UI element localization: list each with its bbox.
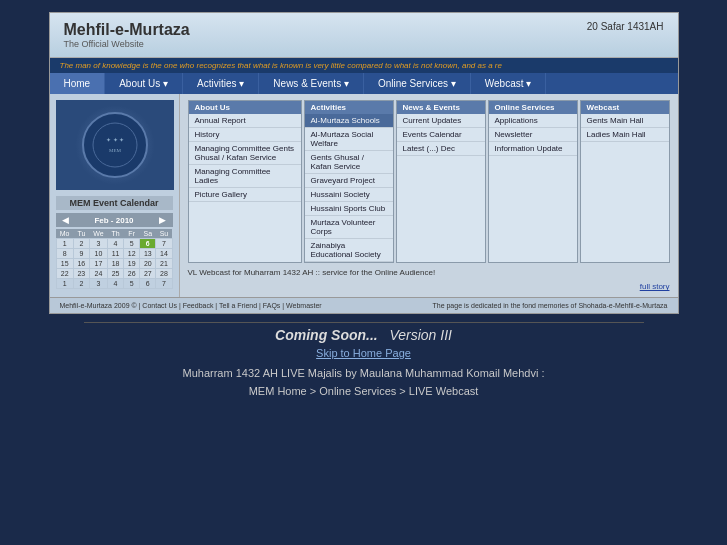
cal-next-button[interactable]: ▶ xyxy=(157,215,168,225)
dropdown-item-gallery[interactable]: Picture Gallery xyxy=(189,188,301,202)
dropdown-item-mgmt-gents[interactable]: Managing Committee Gents Ghusal / Kafan … xyxy=(189,142,301,165)
dropdown-item-social[interactable]: Al-Murtaza Social Welfare xyxy=(305,128,393,151)
dropdown-item-latest[interactable]: Latest (...) Dec xyxy=(397,142,485,156)
cal-day[interactable]: 13 xyxy=(140,249,156,259)
dropdown-item-hussaini[interactable]: Hussaini Society xyxy=(305,188,393,202)
left-sidebar: ✦ ✦ ✦ MEM MEM Event Calendar ◀ Feb - 201… xyxy=(50,94,180,297)
cal-day-empty: 6 xyxy=(140,279,156,289)
cal-day-empty: 4 xyxy=(108,279,124,289)
cal-day[interactable]: 22 xyxy=(56,269,73,279)
dropdown-news: News & Events Current Updates Events Cal… xyxy=(396,100,486,263)
cal-day[interactable]: 28 xyxy=(156,269,172,279)
cal-day-empty: 2 xyxy=(73,279,89,289)
cal-day[interactable]: 16 xyxy=(73,259,89,269)
cal-day[interactable]: 3 xyxy=(89,239,107,249)
quote-text: The man of knowledge is the one who reco… xyxy=(60,61,502,70)
content-main-text: VL Webcast for Muharram 1432 AH :: servi… xyxy=(188,268,436,277)
dropdown-item-calendar[interactable]: Events Calendar xyxy=(397,128,485,142)
footer-left: Mehfil-e-Murtaza 2009 © | Contact Us | F… xyxy=(60,302,322,309)
dropdown-item-annual[interactable]: Annual Report xyxy=(189,114,301,128)
cal-header-su: Su xyxy=(156,229,172,239)
calendar-grid: Mo Tu We Th Fr Sa Su 1 2 3 4 xyxy=(56,229,173,289)
breadcrumb: MEM Home > Online Services > LIVE Webcas… xyxy=(249,385,479,397)
cal-day[interactable]: 15 xyxy=(56,259,73,269)
cal-day[interactable]: 23 xyxy=(73,269,89,279)
cal-prev-button[interactable]: ◀ xyxy=(60,215,71,225)
full-story-link[interactable]: full story xyxy=(188,282,670,291)
cal-day[interactable]: 8 xyxy=(56,249,73,259)
dropdown-webcast: Webcast Gents Main Hall Ladies Main Hall xyxy=(580,100,670,263)
logo-inner: ✦ ✦ ✦ MEM xyxy=(75,105,155,185)
cal-day[interactable]: 24 xyxy=(89,269,107,279)
dropdown-item-gents[interactable]: Gents Main Hall xyxy=(581,114,669,128)
nav-about[interactable]: About Us ▾ xyxy=(105,73,183,94)
main-content: ✦ ✦ ✦ MEM MEM Event Calendar ◀ Feb - 201… xyxy=(50,94,678,297)
cal-day[interactable]: 11 xyxy=(108,249,124,259)
site-header: Mehfil-e-Murtaza The Official Website 20… xyxy=(50,13,678,58)
quote-bar: The man of knowledge is the one who reco… xyxy=(50,58,678,73)
nav-activities[interactable]: Activities ▾ xyxy=(183,73,259,94)
site-screenshot: Mehfil-e-Murtaza The Official Website 20… xyxy=(49,12,679,314)
dropdown-item-kafan[interactable]: Gents Ghusal / Kafan Service xyxy=(305,151,393,174)
dropdown-item-sports[interactable]: Hussaini Sports Club xyxy=(305,202,393,216)
coming-soon-prefix-text: Coming Soon... xyxy=(275,327,378,343)
cal-day[interactable]: 26 xyxy=(124,269,140,279)
dropdown-item-schools[interactable]: Al-Murtaza Schools xyxy=(305,114,393,128)
cal-day[interactable]: 25 xyxy=(108,269,124,279)
cal-day[interactable]: 5 xyxy=(124,239,140,249)
dropdown-news-header: News & Events xyxy=(397,101,485,114)
cal-day[interactable]: 17 xyxy=(89,259,107,269)
nav-online[interactable]: Online Services ▾ xyxy=(364,73,471,94)
cal-day[interactable]: 18 xyxy=(108,259,124,269)
cal-day-today[interactable]: 6 xyxy=(140,239,156,249)
dropdown-online: Online Services Applications Newsletter … xyxy=(488,100,578,263)
cal-header-fr: Fr xyxy=(124,229,140,239)
cal-day-empty: 1 xyxy=(56,279,73,289)
cal-day[interactable]: 12 xyxy=(124,249,140,259)
site-date: 20 Safar 1431AH xyxy=(587,21,664,32)
cal-day[interactable]: 1 xyxy=(56,239,73,249)
site-footer: Mehfil-e-Murtaza 2009 © | Contact Us | F… xyxy=(50,297,678,313)
cal-day[interactable]: 21 xyxy=(156,259,172,269)
cal-header-th: Th xyxy=(108,229,124,239)
dropdown-item-ladies[interactable]: Ladies Main Hall xyxy=(581,128,669,142)
content-area: VL Webcast for Muharram 1432 AH :: servi… xyxy=(188,267,670,278)
cal-day[interactable]: 2 xyxy=(73,239,89,249)
cal-day[interactable]: 7 xyxy=(156,239,172,249)
dropdown-activities-header: Activities xyxy=(305,101,393,114)
dropdown-item-mgmt-ladies[interactable]: Managing Committee Ladies xyxy=(189,165,301,188)
cal-day[interactable]: 20 xyxy=(140,259,156,269)
footer-right: The page is dedicated in the fond memori… xyxy=(432,302,667,309)
cal-day[interactable]: 4 xyxy=(108,239,124,249)
site-title: Mehfil-e-Murtaza xyxy=(64,21,190,39)
cal-month: Feb - 2010 xyxy=(94,216,133,225)
coming-soon-section: Coming Soon... Version III Skip to Home … xyxy=(183,327,545,400)
dropdown-webcast-header: Webcast xyxy=(581,101,669,114)
dropdown-item-graveyard[interactable]: Graveyard Project xyxy=(305,174,393,188)
nav-webcast[interactable]: Webcast ▾ xyxy=(471,73,547,94)
cal-day-empty: 7 xyxy=(156,279,172,289)
coming-soon-title: Coming Soon... Version III xyxy=(183,327,545,343)
dropdown-item-current[interactable]: Current Updates xyxy=(397,114,485,128)
cal-header-we: We xyxy=(89,229,107,239)
cal-day[interactable]: 10 xyxy=(89,249,107,259)
calendar-title: MEM Event Calendar xyxy=(56,196,173,210)
coming-soon-prefix: Coming Soon... xyxy=(275,327,378,343)
dropdown-row: About Us Annual Report History Managing … xyxy=(188,100,670,263)
dropdown-item-infoupdate[interactable]: Information Update xyxy=(489,142,577,156)
dropdown-item-volunteer[interactable]: Murtaza Volunteer Corps xyxy=(305,216,393,239)
skip-link[interactable]: Skip to Home Page xyxy=(183,347,545,359)
dropdown-item-applications[interactable]: Applications xyxy=(489,114,577,128)
dropdown-online-header: Online Services xyxy=(489,101,577,114)
dropdown-item-zainabiya[interactable]: Zainabiya Educational Society xyxy=(305,239,393,262)
dropdown-item-newsletter[interactable]: Newsletter xyxy=(489,128,577,142)
cal-day[interactable]: 9 xyxy=(73,249,89,259)
cal-day[interactable]: 27 xyxy=(140,269,156,279)
cal-day[interactable]: 14 xyxy=(156,249,172,259)
cal-header-sa: Sa xyxy=(140,229,156,239)
cal-day[interactable]: 19 xyxy=(124,259,140,269)
dropdown-item-history[interactable]: History xyxy=(189,128,301,142)
nav-news[interactable]: News & Events ▾ xyxy=(259,73,364,94)
muharram-text: Muharram 1432 AH LIVE Majalis by Maulana… xyxy=(183,365,545,400)
nav-home[interactable]: Home xyxy=(50,73,106,94)
